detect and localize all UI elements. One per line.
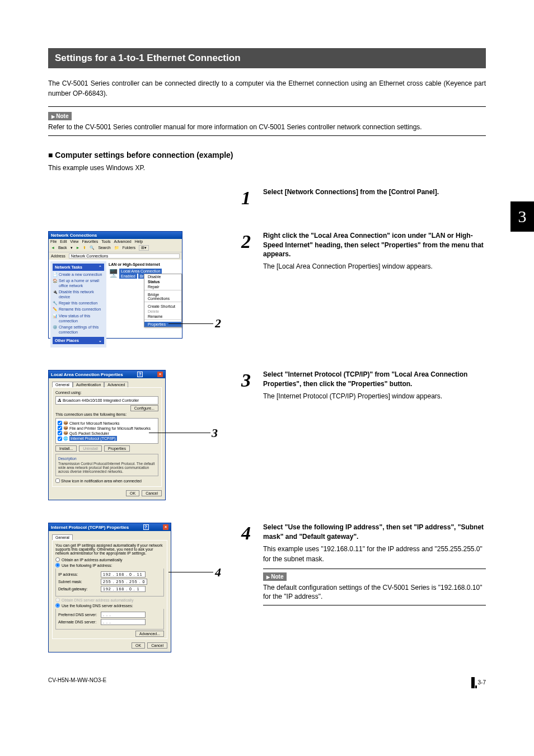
page-footer: CV-H5N-M-WW-NO3-E 3-7 xyxy=(0,675,534,699)
show-icon-label: Show icon in notification area when conn… xyxy=(61,479,142,483)
menu-file[interactable]: File xyxy=(50,240,57,243)
callout-2: 2 xyxy=(215,316,221,331)
radio-static-dns[interactable] xyxy=(55,603,60,608)
callout-4: 4 xyxy=(215,565,221,580)
ctx-rename[interactable]: Rename xyxy=(144,314,181,319)
address-label: Address xyxy=(51,254,65,258)
ctx-properties[interactable]: Properties xyxy=(144,322,181,327)
sub-intro: This example uses Windows XP. xyxy=(48,164,486,172)
radio-static-ip-label: Use the following IP address: xyxy=(62,564,113,567)
tab-general[interactable]: General xyxy=(52,382,73,387)
step-4-number: 4 xyxy=(240,523,251,652)
configure-button[interactable]: Configure... xyxy=(130,405,158,411)
dns2-label: Alternate DNS server: xyxy=(58,620,97,624)
cancel-button-tcpip[interactable]: Cancel xyxy=(147,642,167,649)
lac-status: Enabled xyxy=(119,274,137,279)
shot3-title: Local Area Connection Properties xyxy=(51,372,123,377)
task-item[interactable]: 📄Create a new connection xyxy=(53,272,104,277)
footer-bar-icon xyxy=(471,677,475,688)
step-4-note-tag: Note xyxy=(263,572,287,581)
gw-label: Default gateway: xyxy=(58,587,97,591)
uninstall-button: Uninstall xyxy=(79,445,102,452)
step-2-title: Right click the "Local Area Connection" … xyxy=(263,231,486,259)
cancel-button[interactable]: Cancel xyxy=(142,490,162,496)
item-tcpip[interactable]: Internet Protocol (TCP/IP) xyxy=(69,436,117,441)
ctx-disable[interactable]: Disable xyxy=(144,274,181,279)
step-1: 1 Select [Network Connections] from the … xyxy=(48,187,486,209)
radio-auto-ip[interactable] xyxy=(55,557,60,562)
step-2-number: 2 xyxy=(240,231,251,348)
footer-doc-code: CV-H5N-M-WW-NO3-E xyxy=(48,677,106,688)
ip-label: IP address: xyxy=(58,572,97,576)
menu-view[interactable]: View xyxy=(70,240,78,243)
uses-label: This connection uses the following items… xyxy=(55,412,158,416)
tab-advanced[interactable]: Advanced xyxy=(104,382,128,387)
ok-button[interactable]: OK xyxy=(126,490,139,496)
screenshot-lan-properties: Local Area Connection Properties?× Gener… xyxy=(48,370,166,500)
callout-3: 3 xyxy=(212,426,218,440)
menu-edit[interactable]: Edit xyxy=(60,240,67,243)
radio-static-dns-label: Use the following DNS server addresses: xyxy=(62,604,133,608)
note-body: Refer to the CV-5001 Series controller m… xyxy=(48,123,486,132)
ctx-shortcut[interactable]: Create Shortcut xyxy=(144,304,181,309)
radio-static-ip[interactable] xyxy=(55,563,60,567)
menu-tools[interactable]: Tools xyxy=(101,240,110,243)
local-area-connection[interactable]: Local Area Connection xyxy=(119,269,162,274)
radio-auto-dns-label: Obtain DNS server address automatically xyxy=(62,598,133,602)
page: Settings for a 1-to-1 Ethernet Connectio… xyxy=(0,0,534,675)
toolbar-back[interactable]: Back xyxy=(58,246,67,250)
properties-button[interactable]: Properties xyxy=(104,445,130,452)
menu-favorites[interactable]: Favorites xyxy=(82,240,98,243)
shot2-menubar: File Edit View Favorites Tools Advanced … xyxy=(49,239,182,244)
context-menu: Disable Status Repair Bridge Connections… xyxy=(144,274,182,327)
network-tasks-head: Network Tasks xyxy=(55,265,82,270)
step-3-number: 3 xyxy=(240,370,251,500)
dns2-value[interactable]: . . . xyxy=(101,619,146,625)
advanced-button[interactable]: Advanced... xyxy=(135,631,164,637)
toolbar-search[interactable]: Search xyxy=(98,246,110,250)
task-item[interactable]: ⚙️Change settings of this connection xyxy=(53,325,104,335)
dns1-value[interactable]: . . . xyxy=(101,612,146,618)
step-1-title: Select [Network Connections] from the [C… xyxy=(263,187,486,197)
task-item[interactable]: 📊View status of this connection xyxy=(53,313,104,323)
lan-section-head: LAN or High-Speed Internet xyxy=(109,262,180,266)
tab-authentication[interactable]: Authentication xyxy=(73,382,104,387)
menu-help[interactable]: Help xyxy=(135,240,143,243)
chk-showicon[interactable] xyxy=(55,478,60,483)
task-item[interactable]: 🔌Disable this network device xyxy=(53,289,104,299)
adapter-name: Broadcom 440x10/100 Integrated Controlle… xyxy=(63,398,139,402)
chk-client[interactable] xyxy=(58,421,62,425)
ctx-delete: Delete xyxy=(144,309,181,314)
chk-tcpip[interactable] xyxy=(58,436,62,441)
menu-advanced[interactable]: Advanced xyxy=(114,240,132,243)
address-value[interactable]: Network Connections xyxy=(69,253,180,259)
item-fileprint[interactable]: File and Printer Sharing for Microsoft N… xyxy=(69,426,151,430)
radio-auto-ip-label: Obtain an IP address automatically xyxy=(62,558,122,562)
chk-qos[interactable] xyxy=(58,431,62,435)
install-button[interactable]: Install... xyxy=(55,445,77,452)
ctx-repair[interactable]: Repair xyxy=(144,284,181,289)
ok-button-tcpip[interactable]: OK xyxy=(132,642,145,649)
shot4-title: Internet Protocol (TCP/IP) Properties xyxy=(51,525,129,530)
ctx-bridge[interactable]: Bridge Connections xyxy=(144,292,181,301)
section-title-bar: Settings for a 1-to-1 Ethernet Connectio… xyxy=(48,48,486,68)
task-item[interactable]: 🔧Repair this connection xyxy=(53,300,104,306)
ip-value[interactable]: 192 . 168 . 0 . 11 xyxy=(101,571,146,577)
desc-head: Description xyxy=(58,457,156,461)
step-3-after: The [Internet Protocol (TCP/IP) Properti… xyxy=(263,391,486,401)
task-item[interactable]: 🏠Set up a home or small office network xyxy=(53,278,104,288)
step-2: Network Connections File Edit View Favor… xyxy=(48,231,486,348)
ctx-status[interactable]: Status xyxy=(144,279,181,284)
item-client[interactable]: Client for Microsoft Networks xyxy=(69,421,119,425)
task-item[interactable]: ✏️Rename this connection xyxy=(53,307,104,312)
step-4-rule-bottom xyxy=(263,605,486,605)
tab-general-tcpip[interactable]: General xyxy=(52,534,73,540)
dns1-label: Preferred DNS server: xyxy=(58,613,97,617)
chk-fileprint[interactable] xyxy=(58,426,62,430)
item-qos[interactable]: QoS Packet Scheduler xyxy=(69,431,109,435)
shot3-tabs: General Authentication Advanced xyxy=(52,382,162,387)
tcpip-blurb: You can get IP settings assigned automat… xyxy=(55,543,164,555)
gw-value[interactable]: 192 . 168 . 0 . 1 xyxy=(101,586,146,592)
toolbar-folders[interactable]: Folders xyxy=(123,246,135,250)
mask-value[interactable]: 255 . 255 . 255 . 0 xyxy=(101,579,147,585)
